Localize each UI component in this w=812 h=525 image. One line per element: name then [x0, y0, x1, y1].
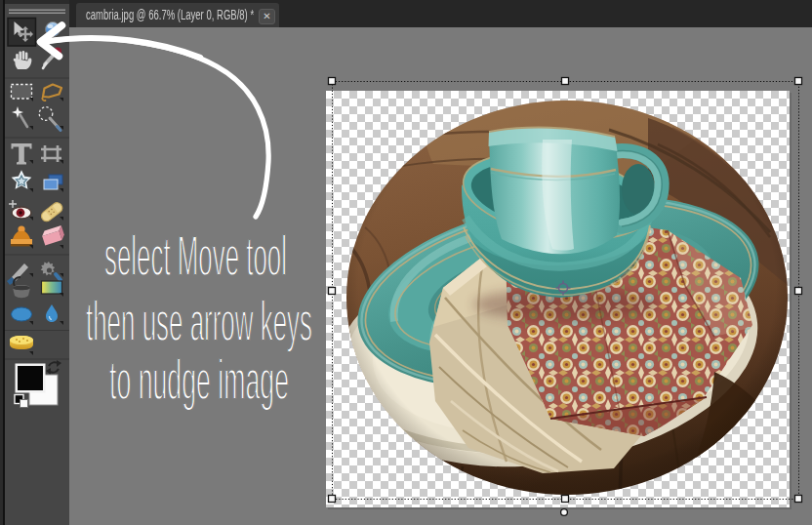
svg-text:then use arrow keys: then use arrow keys: [86, 289, 312, 352]
svg-text:to nudge image: to nudge image: [109, 347, 289, 411]
svg-text:select Move tool: select Move tool: [104, 223, 287, 287]
